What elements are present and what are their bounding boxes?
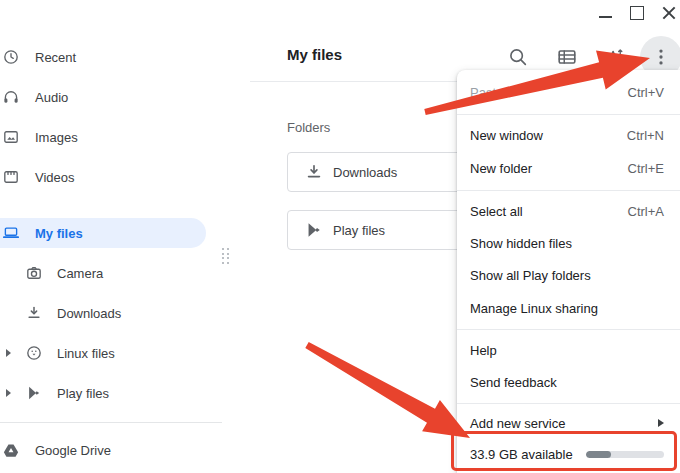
- menu-item-add-new-service[interactable]: Add new service: [457, 408, 680, 438]
- minimize-icon: [599, 16, 612, 18]
- sidebar-item-videos[interactable]: Videos: [0, 157, 212, 197]
- sidebar-item-label: My files: [35, 226, 83, 241]
- sidebar-item-label: Downloads: [57, 306, 121, 321]
- sidebar-item-label: Linux files: [57, 346, 115, 361]
- shortcut-label: Ctrl+N: [627, 128, 664, 143]
- expand-chevron-icon[interactable]: [6, 389, 11, 397]
- files-app-window: Recent Audio Images Videos My files Came…: [0, 0, 680, 473]
- sidebar-item-label: Camera: [57, 266, 103, 281]
- menu-item-new-folder[interactable]: New folder Ctrl+E: [457, 152, 680, 185]
- play-icon: [304, 220, 324, 240]
- folder-card-downloads[interactable]: Downloads: [287, 152, 475, 192]
- sidebar-item-label: Google Drive: [35, 443, 111, 458]
- close-button[interactable]: [660, 4, 678, 22]
- sidebar-resize-handle[interactable]: [222, 248, 229, 264]
- sidebar-item-label: Videos: [35, 170, 75, 185]
- expand-chevron-icon[interactable]: [6, 349, 11, 357]
- storage-label: 33.9 GB available: [470, 447, 573, 462]
- shortcut-label: Ctrl+E: [628, 161, 664, 176]
- headphones-icon: [2, 88, 20, 106]
- search-button[interactable]: [507, 46, 529, 68]
- menu-divider: [457, 329, 680, 330]
- folder-card-label: Downloads: [333, 165, 397, 180]
- sidebar-item-label: Images: [35, 130, 78, 145]
- sidebar-item-audio[interactable]: Audio: [0, 77, 212, 117]
- list-view-icon: [556, 46, 578, 68]
- sidebar-item-label: Play files: [57, 386, 109, 401]
- sidebar-divider: [0, 422, 222, 423]
- sidebar-item-linux-files[interactable]: Linux files: [0, 333, 212, 373]
- menu-divider: [457, 190, 680, 191]
- sidebar-item-play-files[interactable]: Play files: [0, 373, 212, 413]
- storage-progress-bar: [586, 451, 664, 458]
- minimize-button[interactable]: [596, 4, 614, 22]
- maximize-icon: [630, 6, 644, 20]
- folder-card-label: Play files: [333, 223, 385, 238]
- sidebar: Recent Audio Images Videos My files Came…: [0, 0, 240, 473]
- menu-item-manage-linux-sharing[interactable]: Manage Linux sharing: [457, 292, 680, 324]
- sidebar-item-downloads[interactable]: Downloads: [0, 293, 212, 333]
- google-drive-icon: [2, 441, 20, 459]
- sidebar-item-label: Recent: [35, 50, 76, 65]
- menu-item-paste[interactable]: Paste Ctrl+V: [457, 76, 680, 109]
- sidebar-item-label: Audio: [35, 90, 68, 105]
- clock-icon: [2, 48, 20, 66]
- menu-item-help[interactable]: Help: [457, 334, 680, 366]
- image-icon: [2, 128, 20, 146]
- sidebar-item-images[interactable]: Images: [0, 117, 212, 157]
- folders-section-label: Folders: [287, 120, 330, 135]
- laptop-icon: [2, 224, 20, 242]
- sort-az-icon: [603, 46, 625, 68]
- play-icon: [25, 384, 43, 402]
- maximize-button[interactable]: [628, 4, 646, 22]
- camera-icon: [25, 264, 43, 282]
- menu-divider: [457, 403, 680, 404]
- menu-divider: [457, 114, 680, 115]
- shortcut-label: Ctrl+V: [628, 85, 664, 100]
- list-view-button[interactable]: [556, 46, 578, 68]
- context-menu: Paste Ctrl+V New window Ctrl+N New folde…: [457, 70, 680, 473]
- close-icon: [662, 6, 676, 20]
- film-icon: [2, 168, 20, 186]
- menu-item-show-all-play-folders[interactable]: Show all Play folders: [457, 259, 680, 292]
- menu-item-show-hidden-files[interactable]: Show hidden files: [457, 227, 680, 259]
- sidebar-item-my-files[interactable]: My files: [0, 218, 206, 248]
- sidebar-item-camera[interactable]: Camera: [0, 253, 212, 293]
- more-vertical-icon: [650, 46, 672, 68]
- window-controls: [596, 4, 678, 22]
- storage-progress-fill: [586, 451, 611, 458]
- sort-button[interactable]: [603, 46, 625, 68]
- sidebar-item-google-drive[interactable]: Google Drive: [0, 430, 212, 470]
- download-icon: [304, 162, 324, 182]
- shortcut-label: Ctrl+A: [628, 204, 664, 219]
- penguin-icon: [25, 344, 43, 362]
- sidebar-item-recent[interactable]: Recent: [0, 37, 212, 77]
- search-icon: [507, 46, 529, 68]
- menu-item-select-all[interactable]: Select all Ctrl+A: [457, 195, 680, 227]
- download-icon: [25, 304, 43, 322]
- page-title: My files: [287, 46, 342, 63]
- annotation-arrow-to-storage: [305, 342, 470, 438]
- submenu-arrow-icon: [658, 419, 664, 427]
- menu-item-storage[interactable]: 33.9 GB available: [457, 438, 680, 470]
- menu-item-new-window[interactable]: New window Ctrl+N: [457, 119, 680, 152]
- menu-item-send-feedback[interactable]: Send feedback: [457, 366, 680, 398]
- folder-card-play-files[interactable]: Play files: [287, 210, 475, 250]
